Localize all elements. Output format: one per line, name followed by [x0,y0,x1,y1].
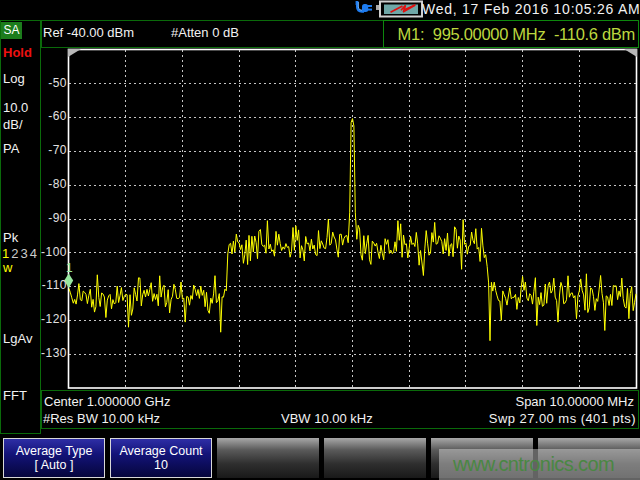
svg-text:1: 1 [66,261,73,275]
